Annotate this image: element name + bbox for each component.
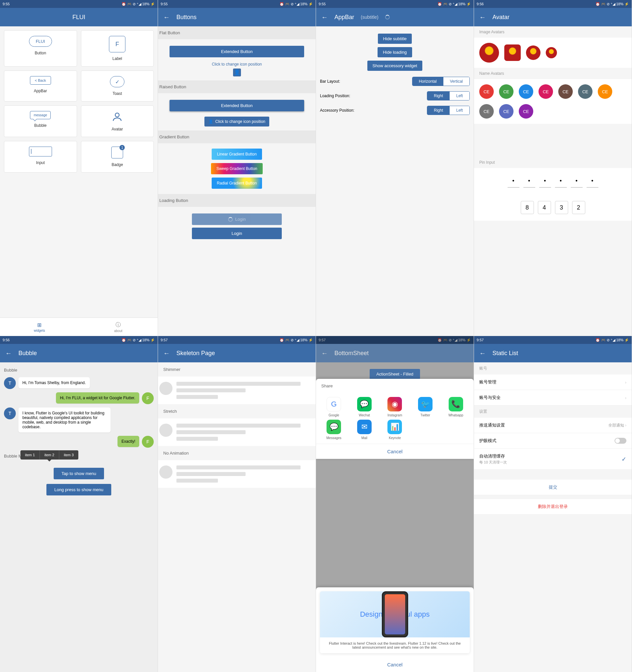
menu-item[interactable]: item 3 <box>59 450 78 459</box>
extended-button[interactable]: Extended Button <box>170 46 304 57</box>
widget-card-label[interactable]: FLabel <box>81 30 154 67</box>
menu-item[interactable]: item 2 <box>40 450 59 459</box>
message-bubble: Hi, I'm Tomas Shelby, from England. <box>19 377 90 388</box>
back-icon[interactable]: ← <box>321 14 328 21</box>
longpress-menu-button[interactable]: Long press to show menu <box>46 484 111 496</box>
segment-option[interactable]: Horizontal <box>412 77 444 86</box>
skeleton-item <box>158 460 316 488</box>
person-icon[interactable]: 👤 <box>233 69 241 76</box>
back-icon[interactable]: ← <box>321 350 328 357</box>
widget-card-appbar[interactable]: < BackAppBar <box>4 71 77 101</box>
hide-subtitle-button[interactable]: Hide subtitle <box>378 33 412 44</box>
share-app-google[interactable]: GGoogle <box>320 397 348 417</box>
icon-position-link[interactable]: Click to change icon position <box>162 60 312 69</box>
segment-option[interactable]: Right <box>427 106 450 115</box>
status-bar: 9:55⏰ 🎮 ⊘ ⁺◢ 18% ⚡ <box>158 0 316 8</box>
list-item[interactable]: 护眼模式 <box>474 433 632 449</box>
widget-card-badge[interactable]: Badge <box>81 141 154 173</box>
share-app-wechat[interactable]: 💬Wechat <box>351 397 379 417</box>
extended-button[interactable]: Extended Button <box>170 100 304 111</box>
status-icons: ⏰ 🎮 ⊘ ⁺◢ 18% ⚡ <box>122 2 155 6</box>
share-app-twitter[interactable]: 🐦Twitter <box>411 397 439 417</box>
share-app-mail[interactable]: ✉Mail <box>351 420 379 440</box>
name-avatar: CE <box>598 84 612 99</box>
subtitle: (subtitle) <box>361 15 379 20</box>
login-loading-button[interactable]: Login <box>192 213 282 225</box>
skeleton-item <box>158 418 316 446</box>
menu-item[interactable]: item 1 <box>20 450 40 459</box>
name-avatar: CE <box>538 84 553 99</box>
clock: 9:55 <box>161 2 168 6</box>
hide-loading-button[interactable]: Hide loading <box>378 47 412 57</box>
back-icon[interactable]: ← <box>163 14 170 21</box>
pin-cell[interactable]: • <box>555 174 567 188</box>
nav-widgets[interactable]: ⊞widgets <box>0 318 79 336</box>
pin-cell[interactable]: • <box>508 174 520 188</box>
pin-cell[interactable]: • <box>587 174 599 188</box>
card-label: Bubble <box>34 123 46 128</box>
widget-card-avatar[interactable]: Avatar <box>81 105 154 137</box>
list-item[interactable]: 自动清理缓存每 10 天清理一次✓ <box>474 449 632 470</box>
login-button[interactable]: Login <box>192 227 282 239</box>
widget-card-input[interactable]: |Input <box>4 141 77 173</box>
share-sheet: Share GGoogle💬Wechat◉Instagram🐦Twitter📞W… <box>316 379 474 459</box>
back-icon[interactable]: ← <box>163 350 170 357</box>
list-item[interactable]: 推送通知设置全部通知 › <box>474 418 632 433</box>
pin-cell[interactable]: • <box>523 174 535 188</box>
cancel-button[interactable]: Cancel <box>316 657 474 672</box>
segment-control[interactable]: RightLeft <box>427 106 470 115</box>
list-item[interactable]: 账号管理› <box>474 375 632 390</box>
share-app-instagram[interactable]: ◉Instagram <box>381 397 409 417</box>
pin-input-boxes[interactable]: 8432 <box>474 194 632 221</box>
phone-graphic <box>382 591 408 638</box>
cancel-button[interactable]: Cancel <box>316 444 474 459</box>
list-item[interactable]: 账号与安全› <box>474 390 632 406</box>
widget-card-toast[interactable]: ✓Toast <box>81 71 154 101</box>
app-name: Keynote <box>389 436 401 440</box>
skeleton-line <box>176 479 218 483</box>
pin-box[interactable]: 3 <box>555 201 568 214</box>
share-app-keynote[interactable]: 📊Keynote <box>381 420 409 440</box>
page-title: AppBar <box>334 14 354 21</box>
appbar: ←Bubble <box>0 344 158 362</box>
widget-card-button[interactable]: FLUIButton <box>4 30 77 67</box>
section-header: Stretch <box>158 404 316 418</box>
pin-box[interactable]: 8 <box>521 201 534 214</box>
share-app-whatsapp[interactable]: 📞Whatsapp <box>442 397 470 417</box>
segment-option[interactable]: Left <box>450 92 470 100</box>
bubble-menu[interactable]: item 1item 2item 3 <box>20 450 78 459</box>
section-header: Shimmer <box>158 362 316 377</box>
pin-box[interactable]: 4 <box>538 201 551 214</box>
segment-option[interactable]: Right <box>427 92 450 100</box>
widget-card-bubble[interactable]: messageBubble <box>4 105 77 137</box>
appbar: ←Static List <box>474 344 632 362</box>
card-label: Avatar <box>111 127 123 131</box>
delete-logout-button[interactable]: 删除并退出登录 <box>474 499 632 514</box>
pin-cell[interactable]: • <box>539 174 551 188</box>
pin-cell[interactable]: • <box>571 174 583 188</box>
bottom-nav: ⊞widgets ⓘabout <box>0 317 158 336</box>
tap-menu-button[interactable]: Tap to show menu <box>54 468 104 479</box>
segment-control[interactable]: HorizontalVertical <box>412 77 470 86</box>
pin-box[interactable]: 2 <box>572 201 585 214</box>
submit-button[interactable]: 提交 <box>474 480 632 495</box>
back-icon[interactable]: ← <box>5 350 12 357</box>
clock: 9:56 <box>3 338 9 342</box>
show-accessory-button[interactable]: Show accessory widget <box>368 61 423 71</box>
segment-control[interactable]: RightLeft <box>427 91 470 100</box>
clock: 9:57 <box>477 338 484 342</box>
sweep-gradient-button[interactable]: Sweep Gradient Button <box>211 163 262 174</box>
share-app-messages[interactable]: 💬Messages <box>320 420 348 440</box>
segment-option[interactable]: Left <box>450 106 470 115</box>
back-icon[interactable]: ← <box>479 14 486 21</box>
nav-about[interactable]: ⓘabout <box>79 318 158 336</box>
back-icon[interactable]: ← <box>479 350 486 357</box>
row-label: Accessory Position: <box>320 108 355 113</box>
linear-gradient-button[interactable]: Linear Gradient Button <box>212 149 262 160</box>
pin-input-dots[interactable]: •••••• <box>474 168 632 194</box>
icon-button[interactable]: 👤Click to change icon position <box>204 117 269 126</box>
actionsheet-button[interactable]: ActionSheet - Filled <box>370 369 420 379</box>
segment-option[interactable]: Vertical <box>444 77 470 86</box>
radial-gradient-button[interactable]: Radial Gradient Button <box>212 177 262 189</box>
toggle-switch[interactable] <box>614 438 626 444</box>
